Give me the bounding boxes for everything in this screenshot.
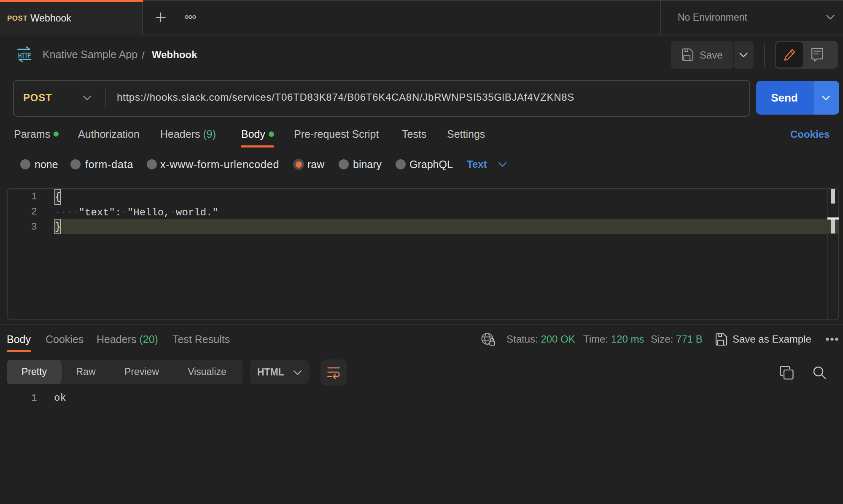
svg-text:HTTP: HTTP (18, 51, 31, 59)
